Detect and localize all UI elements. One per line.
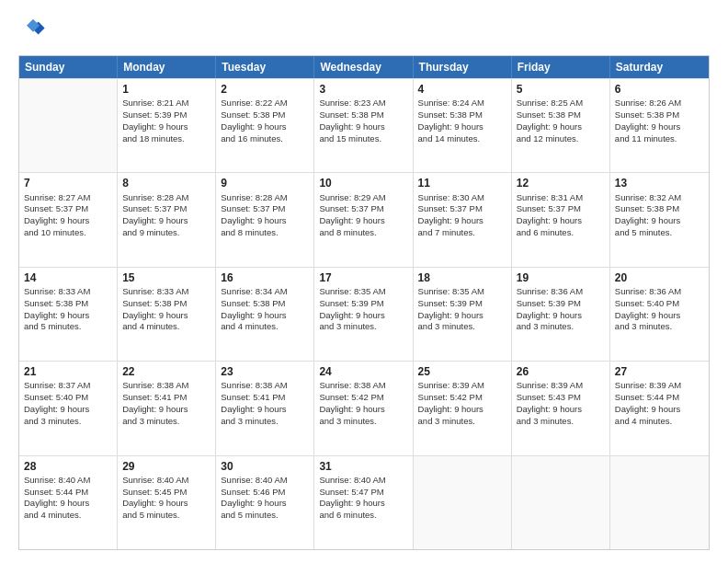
day-info-line: Daylight: 9 hours: [319, 215, 407, 227]
day-info-line: Sunrise: 8:26 AM: [615, 98, 704, 109]
day-number: 10: [319, 176, 407, 190]
calendar-cell: 28Sunrise: 8:40 AMSunset: 5:44 PMDayligh…: [19, 456, 118, 549]
day-info-line: and 3 minutes.: [517, 416, 605, 428]
day-number: 2: [221, 82, 309, 97]
day-info-line: and 5 minutes.: [615, 227, 704, 239]
day-number: 27: [615, 364, 704, 379]
day-number: 14: [24, 270, 112, 285]
calendar-cell: 15Sunrise: 8:33 AMSunset: 5:38 PMDayligh…: [118, 268, 216, 361]
day-info-line: Sunset: 5:46 PM: [221, 487, 309, 499]
day-info-line: and 6 minutes.: [517, 227, 605, 239]
day-info-line: and 11 minutes.: [615, 133, 704, 145]
calendar-cell: 16Sunrise: 8:34 AMSunset: 5:38 PMDayligh…: [216, 268, 314, 361]
calendar-cell: 21Sunrise: 8:37 AMSunset: 5:40 PMDayligh…: [19, 362, 118, 454]
calendar-cell: 25Sunrise: 8:39 AMSunset: 5:42 PMDayligh…: [414, 362, 512, 454]
day-info-line: Sunset: 5:38 PM: [221, 109, 309, 121]
calendar-body: 1Sunrise: 8:21 AMSunset: 5:39 PMDaylight…: [19, 78, 709, 549]
day-number: 20: [615, 270, 704, 285]
day-info-line: Daylight: 9 hours: [517, 121, 605, 133]
day-info-line: Daylight: 9 hours: [122, 498, 210, 510]
calendar-cell: 18Sunrise: 8:35 AMSunset: 5:39 PMDayligh…: [414, 268, 512, 361]
day-number: 29: [122, 459, 210, 474]
day-info-line: and 3 minutes.: [615, 321, 704, 333]
day-info-line: Daylight: 9 hours: [122, 404, 210, 416]
calendar-row-3: 21Sunrise: 8:37 AMSunset: 5:40 PMDayligh…: [19, 361, 709, 454]
calendar-cell: 23Sunrise: 8:38 AMSunset: 5:41 PMDayligh…: [216, 362, 314, 454]
day-info-line: Sunrise: 8:40 AM: [122, 475, 210, 487]
day-info-line: Sunrise: 8:39 AM: [615, 380, 704, 392]
day-info-line: Daylight: 9 hours: [517, 215, 605, 227]
day-info-line: Sunset: 5:40 PM: [24, 392, 112, 404]
day-info-line: and 3 minutes.: [418, 321, 506, 333]
calendar-cell: 9Sunrise: 8:28 AMSunset: 5:37 PMDaylight…: [216, 173, 314, 266]
day-number: 18: [418, 270, 506, 285]
day-info-line: and 5 minutes.: [122, 510, 210, 522]
day-info-line: Sunrise: 8:36 AM: [615, 286, 704, 298]
day-number: 7: [24, 176, 112, 190]
day-info-line: and 3 minutes.: [221, 416, 309, 428]
day-info-line: Sunrise: 8:35 AM: [319, 286, 407, 298]
day-info-line: Sunrise: 8:38 AM: [221, 380, 309, 392]
calendar-cell: 3Sunrise: 8:23 AMSunset: 5:38 PMDaylight…: [314, 79, 413, 172]
day-info-line: Sunrise: 8:40 AM: [24, 475, 112, 487]
day-info-line: Sunrise: 8:25 AM: [517, 98, 605, 109]
day-number: 22: [122, 364, 210, 379]
day-info-line: and 10 minutes.: [24, 227, 112, 239]
day-info-line: and 4 minutes.: [615, 416, 704, 428]
day-info-line: Daylight: 9 hours: [24, 310, 112, 322]
day-info-line: Sunrise: 8:40 AM: [319, 475, 407, 487]
day-info-line: Sunrise: 8:30 AM: [418, 192, 506, 204]
day-info-line: Sunrise: 8:23 AM: [319, 98, 407, 109]
calendar-cell: 24Sunrise: 8:38 AMSunset: 5:42 PMDayligh…: [314, 362, 413, 454]
day-info-line: Sunset: 5:38 PM: [24, 298, 112, 310]
day-info-line: Sunset: 5:41 PM: [221, 392, 309, 404]
calendar-cell: 7Sunrise: 8:27 AMSunset: 5:37 PMDaylight…: [19, 173, 118, 266]
day-info-line: Sunset: 5:38 PM: [319, 109, 407, 121]
day-info-line: Daylight: 9 hours: [221, 404, 309, 416]
day-info-line: Sunset: 5:37 PM: [517, 203, 605, 215]
day-number: 17: [319, 270, 407, 285]
day-info-line: and 3 minutes.: [418, 416, 506, 428]
day-info-line: and 3 minutes.: [319, 321, 407, 333]
day-number: 11: [418, 176, 506, 190]
calendar-cell: [19, 79, 118, 172]
calendar-cell: 4Sunrise: 8:24 AMSunset: 5:38 PMDaylight…: [414, 79, 512, 172]
day-info-line: Daylight: 9 hours: [418, 121, 506, 133]
day-number: 19: [517, 270, 605, 285]
day-info-line: and 4 minutes.: [221, 321, 309, 333]
day-info-line: Daylight: 9 hours: [24, 215, 112, 227]
day-info-line: and 9 minutes.: [122, 227, 210, 239]
day-number: 23: [221, 364, 309, 379]
calendar-cell: 31Sunrise: 8:40 AMSunset: 5:47 PMDayligh…: [314, 456, 413, 549]
day-number: 25: [418, 364, 506, 379]
calendar-cell: 6Sunrise: 8:26 AMSunset: 5:38 PMDaylight…: [610, 79, 709, 172]
day-info-line: Daylight: 9 hours: [517, 404, 605, 416]
day-info-line: Sunrise: 8:38 AM: [319, 380, 407, 392]
day-info-line: Sunset: 5:37 PM: [24, 203, 112, 215]
day-info-line: and 8 minutes.: [221, 227, 309, 239]
calendar-cell: 2Sunrise: 8:22 AMSunset: 5:38 PMDaylight…: [216, 79, 314, 172]
calendar-cell: 19Sunrise: 8:36 AMSunset: 5:39 PMDayligh…: [512, 268, 610, 361]
day-info-line: Sunrise: 8:32 AM: [615, 192, 704, 204]
day-info-line: Daylight: 9 hours: [418, 215, 506, 227]
day-info-line: Daylight: 9 hours: [615, 121, 704, 133]
calendar-cell: 5Sunrise: 8:25 AMSunset: 5:38 PMDaylight…: [512, 79, 610, 172]
day-info-line: and 15 minutes.: [319, 133, 407, 145]
calendar-cell: 13Sunrise: 8:32 AMSunset: 5:38 PMDayligh…: [610, 173, 709, 266]
day-info-line: Sunrise: 8:31 AM: [517, 192, 605, 204]
calendar-cell: 27Sunrise: 8:39 AMSunset: 5:44 PMDayligh…: [610, 362, 709, 454]
day-info-line: Sunset: 5:37 PM: [221, 203, 309, 215]
day-number: 6: [615, 82, 704, 97]
day-info-line: and 3 minutes.: [319, 416, 407, 428]
day-info-line: Sunset: 5:42 PM: [418, 392, 506, 404]
day-info-line: Daylight: 9 hours: [615, 310, 704, 322]
calendar-cell: 20Sunrise: 8:36 AMSunset: 5:40 PMDayligh…: [610, 268, 709, 361]
day-number: 1: [122, 82, 210, 97]
calendar-cell: 22Sunrise: 8:38 AMSunset: 5:41 PMDayligh…: [118, 362, 216, 454]
calendar-row-0: 1Sunrise: 8:21 AMSunset: 5:39 PMDaylight…: [19, 78, 709, 172]
day-info-line: Daylight: 9 hours: [122, 215, 210, 227]
calendar-cell: 11Sunrise: 8:30 AMSunset: 5:37 PMDayligh…: [414, 173, 512, 266]
day-info-line: and 5 minutes.: [24, 321, 112, 333]
day-info-line: Sunset: 5:37 PM: [319, 203, 407, 215]
day-info-line: Sunset: 5:45 PM: [122, 487, 210, 499]
